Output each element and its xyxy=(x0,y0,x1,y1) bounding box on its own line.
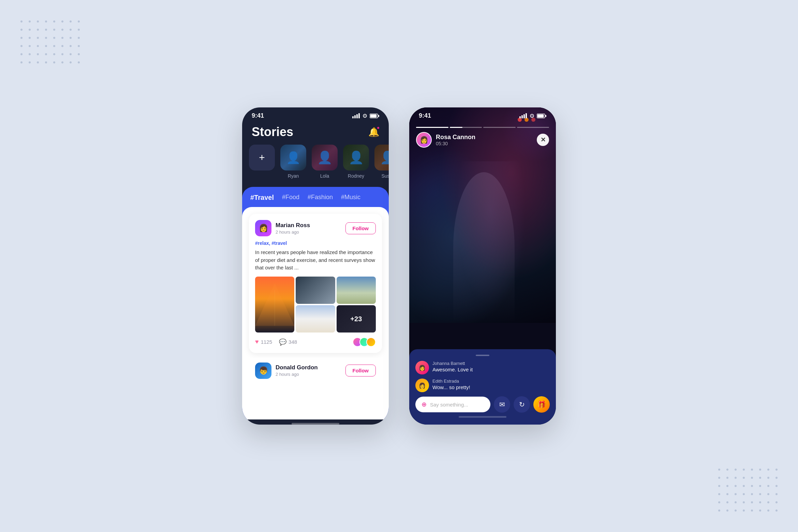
avatar-edith: 👩 xyxy=(415,379,429,392)
story-item-susie[interactable]: 👤 Susie xyxy=(374,145,389,179)
feed-section: #Travel #Food #Fashion #Music 👩 Marian R… xyxy=(242,187,389,419)
comment-block-edith: Edith Estrada Wow... so pretty! xyxy=(432,379,470,390)
story-bottom-panel: 👩 Johanna Barnett Awesome. Love it 👩 Edi… xyxy=(409,349,556,425)
story-progress-bars xyxy=(416,127,549,128)
santorini-image xyxy=(296,305,335,332)
commenter-name-edith: Edith Estrada xyxy=(432,379,470,384)
story-item-ryan[interactable]: 👤 Ryan xyxy=(280,145,306,179)
commenter-name-johanna: Johanna Barnett xyxy=(432,361,473,366)
liker-avatar-3 xyxy=(366,337,376,347)
share-icon: ↻ xyxy=(519,400,525,409)
post-card-marian: 👩 Marian Ross 2 hours ago Follow #relax,… xyxy=(249,214,382,353)
story-user-row: 👩 Rosa Cannon 05:30 ✕ xyxy=(416,132,549,148)
post-time-marian: 2 hours ago xyxy=(276,230,341,235)
story-thumb-susie: 👤 xyxy=(374,145,389,171)
feed-cards: 👩 Marian Ross 2 hours ago Follow #relax,… xyxy=(242,207,389,419)
post-images-grid: +23 xyxy=(255,277,376,332)
comment-row-johanna: 👩 Johanna Barnett Awesome. Love it xyxy=(415,361,550,374)
envelope-icon: ✉ xyxy=(499,400,505,409)
story-name-lola: Lola xyxy=(320,173,329,179)
status-bar-1: 9:41 ⊙ xyxy=(242,107,389,122)
phone-story-viewer: 9:41 ⊙ xyxy=(409,107,556,425)
story-item-lola[interactable]: 👤 Lola xyxy=(312,145,338,179)
message-action-button[interactable]: ✉ xyxy=(494,396,510,413)
svg-rect-7 xyxy=(545,115,546,117)
phone-stories: 9:41 ⊙ Stories 🔔 + xyxy=(242,107,389,425)
signal-icon xyxy=(352,113,360,118)
post-author-marian: Marian Ross xyxy=(276,222,341,229)
add-story-button[interactable]: + xyxy=(249,145,275,171)
time-1: 9:41 xyxy=(252,112,264,119)
story-overlay-top: 👩 Rosa Cannon 05:30 ✕ xyxy=(409,122,556,148)
post-meta-donald: Donald Gordon 2 hours ago xyxy=(276,364,341,377)
comment-icon: 💬 xyxy=(279,338,286,346)
page-title: Stories xyxy=(252,125,293,139)
add-story[interactable]: + xyxy=(249,145,275,171)
bell-icon[interactable]: 🔔 xyxy=(368,127,379,137)
story-thumb-rodney: 👤 xyxy=(343,145,369,171)
post-text-marian: In recent years people have realized the… xyxy=(255,249,376,272)
comments-stat: 💬 348 xyxy=(279,338,297,346)
progress-track-2 xyxy=(450,127,482,128)
post-image-more: +23 xyxy=(337,305,376,332)
hashtag-bar: #Travel #Food #Fashion #Music xyxy=(242,187,389,207)
story-input-row: ⊕ Say something... ✉ ↻ 🎁 xyxy=(415,396,550,413)
comment-block-johanna: Johanna Barnett Awesome. Love it xyxy=(432,361,473,372)
follow-button-marian[interactable]: Follow xyxy=(345,222,376,234)
home-indicator-2 xyxy=(459,416,506,418)
comment-row-edith: 👩 Edith Estrada Wow... so pretty! xyxy=(415,379,550,392)
story-name-susie: Susie xyxy=(381,173,389,179)
share-action-button[interactable]: ↻ xyxy=(514,396,530,413)
story-user-name: Rosa Cannon xyxy=(436,134,533,141)
follow-button-donald[interactable]: Follow xyxy=(345,365,376,376)
post-image-santorini xyxy=(296,305,335,332)
story-name-rodney: Rodney xyxy=(348,173,364,179)
story-item-rodney[interactable]: 👤 Rodney xyxy=(343,145,369,179)
story-thumb-ryan: 👤 xyxy=(280,145,306,171)
signal-icon-2 xyxy=(519,113,527,118)
window-image xyxy=(296,277,335,304)
wifi-icon: ⊙ xyxy=(363,113,367,119)
more-images: +23 xyxy=(337,305,376,332)
hashtag-food[interactable]: #Food xyxy=(282,194,299,202)
avatar-johanna: 👩 xyxy=(415,361,429,374)
progress-track-4 xyxy=(517,127,549,128)
more-count: +23 xyxy=(350,315,362,323)
svg-rect-6 xyxy=(537,114,544,117)
post-header-marian: 👩 Marian Ross 2 hours ago Follow xyxy=(255,220,376,236)
wifi-icon-2: ⊙ xyxy=(530,113,534,119)
likes-stat: ♥ 1125 xyxy=(255,338,272,345)
input-placeholder-text: Say something... xyxy=(430,402,468,408)
progress-fill-2 xyxy=(450,127,463,128)
status-bar-2: 9:41 ⊙ xyxy=(409,107,556,122)
gift-action-button[interactable]: 🎁 xyxy=(533,396,550,413)
likers-avatars xyxy=(355,337,376,347)
post-image-mountains xyxy=(337,277,376,304)
likes-count: 1125 xyxy=(261,339,272,345)
mountains-image xyxy=(337,277,376,304)
post-tags-marian: #relax, #travel xyxy=(255,240,376,246)
comments-count: 348 xyxy=(289,339,297,345)
post-image-sunset xyxy=(255,277,294,332)
hashtag-fashion[interactable]: #Fashion xyxy=(308,194,333,202)
post-author-donald: Donald Gordon xyxy=(276,364,341,371)
home-indicator-1 xyxy=(292,423,339,425)
post-time-donald: 2 hours ago xyxy=(276,372,341,377)
close-story-button[interactable]: ✕ xyxy=(537,134,549,146)
story-message-input[interactable]: ⊕ Say something... xyxy=(415,397,490,412)
stories-header: Stories 🔔 xyxy=(242,122,389,145)
progress-track-1 xyxy=(416,127,448,128)
story-user-time: 05:30 xyxy=(436,141,533,146)
progress-fill-1 xyxy=(416,127,448,128)
comment-text-johanna: Awesome. Love it xyxy=(432,367,473,372)
heart-icon: ♥ xyxy=(255,338,259,345)
svg-rect-1 xyxy=(370,114,377,117)
hashtag-travel[interactable]: #Travel xyxy=(250,194,274,202)
hashtag-music[interactable]: #Music xyxy=(341,194,360,202)
input-emoji-icon: ⊕ xyxy=(422,401,427,408)
avatar-marian: 👩 xyxy=(255,220,271,236)
status-icons-2: ⊙ xyxy=(519,113,546,119)
avatar-donald: 👦 xyxy=(255,363,271,379)
post-meta-marian: Marian Ross 2 hours ago xyxy=(276,222,341,235)
gift-icon: 🎁 xyxy=(537,400,546,409)
